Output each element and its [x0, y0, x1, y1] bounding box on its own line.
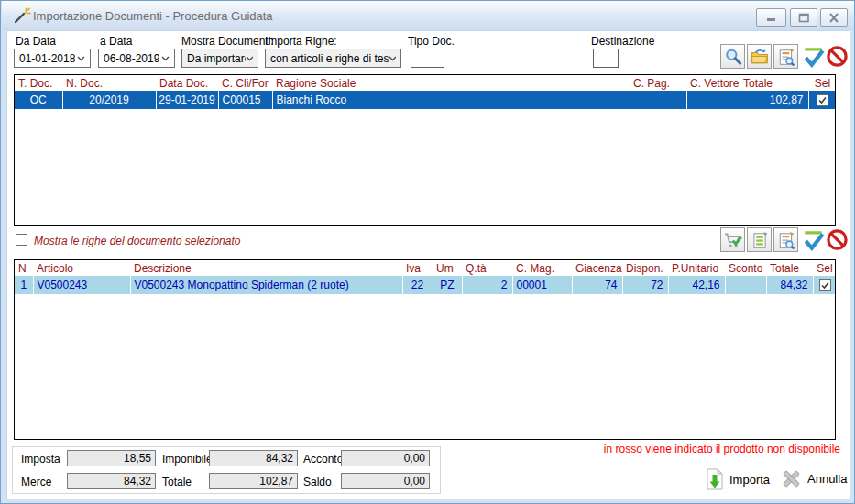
cell-c-vettore [686, 91, 740, 109]
prohibition-icon [826, 228, 849, 251]
acconto-label: Acconto [303, 453, 343, 466]
cell-data-doc: 29-01-2019 [156, 91, 218, 109]
acconto-field: 0,00 [341, 450, 430, 466]
rows-table: N Articolo Descrizione Iva Um Q.tà C. Ma… [14, 259, 836, 440]
cell-n-doc: 20/2019 [62, 91, 156, 109]
a-data-value: 06-08-2019 [104, 52, 159, 65]
rows-header-row: N Articolo Descrizione Iva Um Q.tà C. Ma… [15, 260, 836, 276]
wizard-wand-icon [13, 7, 31, 26]
col-dispon: Dispon. [622, 260, 668, 276]
col-data-doc: Data Doc. [156, 75, 218, 91]
minimize-button[interactable] [756, 8, 786, 27]
select-all-button[interactable] [801, 44, 826, 69]
cell-t-doc: OC [15, 91, 62, 109]
article-row[interactable]: 1 V0500243 V0500243 Monopattino Spiderma… [15, 276, 836, 294]
col-um: Um [433, 260, 462, 276]
show-rows-label: Mostra le righe del documento selezionat… [34, 235, 240, 247]
saldo-label: Saldo [303, 476, 332, 488]
close-icon [828, 13, 839, 23]
prohibition-icon [826, 45, 849, 68]
import-arrow-icon [705, 468, 725, 490]
article-sel-checkbox[interactable] [819, 279, 831, 291]
col-p-unitario: P.Unitario [668, 260, 725, 276]
maximize-button[interactable] [790, 8, 817, 27]
select-all-rows-button[interactable] [801, 227, 826, 252]
da-data-value: 01-01-2018 [19, 52, 75, 65]
maximize-icon [798, 13, 810, 23]
col-sel: Sel [808, 75, 836, 91]
chevron-down-icon [389, 56, 396, 61]
col-iva: Iva [402, 260, 433, 276]
titlebar: Importazione Documenti - Procedura Guida… [2, 1, 855, 30]
preview-rows-button[interactable] [773, 227, 798, 252]
check-icon [821, 281, 829, 290]
cell-c-pag [630, 91, 686, 109]
tipo-doc-label: Tipo Doc. [408, 35, 455, 48]
cart-check-button[interactable] [720, 227, 745, 252]
cell-articolo: V0500243 [33, 276, 130, 294]
chevron-down-icon [161, 56, 170, 61]
importa-button[interactable]: Importa [705, 468, 770, 490]
annulla-button[interactable]: Annulla [780, 468, 847, 489]
open-folder-icon [751, 48, 769, 66]
destinazione-label: Destinazione [591, 35, 654, 48]
document-preview-icon [777, 48, 795, 66]
a-data-label: a Data [100, 35, 132, 48]
document-sel-checkbox[interactable] [817, 94, 828, 106]
cell-iva: 22 [402, 276, 433, 294]
col-c-vettore: C. Vettore [686, 75, 740, 91]
cell-sel [808, 91, 836, 109]
mostra-documenti-select[interactable]: Da importare [181, 49, 258, 68]
open-folder-button[interactable] [747, 44, 772, 69]
imponibile-field: 84,32 [209, 450, 298, 466]
col-totale: Totale [766, 260, 813, 276]
minimize-icon [766, 13, 777, 22]
cell-sel [813, 276, 836, 294]
cancel-x-icon [780, 468, 803, 489]
documents-table: T. Doc. N. Doc. Data Doc. C. Cli/For Rag… [14, 74, 836, 226]
rows-list-icon [751, 231, 769, 249]
document-row[interactable]: OC 20/2019 29-01-2019 C00015 Bianchi Roc… [15, 91, 836, 109]
cell-p-unitario: 42,16 [668, 276, 725, 294]
col-c-cli-for: C. Cli/For [218, 75, 272, 91]
importa-righe-value: con articoli e righe di testo [270, 52, 389, 65]
window-title: Importazione Documenti - Procedura Guida… [33, 9, 273, 23]
imponibile-label: Imponibile [162, 453, 213, 466]
deselect-all-rows-button[interactable] [826, 228, 849, 251]
da-data-label: Da Data [16, 35, 56, 48]
documents-header-row: T. Doc. N. Doc. Data Doc. C. Cli/For Rag… [15, 75, 836, 91]
mostra-documenti-label: Mostra Documenti: [181, 35, 274, 48]
select-all-check-icon [802, 45, 826, 69]
cell-n: 1 [15, 276, 33, 294]
rows-list-button[interactable] [747, 227, 772, 252]
saldo-field: 0,00 [341, 473, 430, 489]
col-sconto: Sconto [725, 260, 766, 276]
annulla-button-label: Annulla [807, 472, 847, 486]
destinazione-input[interactable] [593, 49, 619, 68]
col-descrizione: Descrizione [130, 260, 402, 276]
cell-sconto [725, 276, 766, 294]
show-rows-checkbox[interactable] [16, 234, 27, 246]
importa-righe-label: Importa Righe: [265, 35, 337, 48]
cart-check-icon [724, 231, 742, 249]
cell-qta: 2 [462, 276, 512, 294]
da-data-select[interactable]: 01-01-2018 [14, 49, 91, 68]
col-t-doc: T. Doc. [15, 75, 62, 91]
importa-righe-select[interactable]: con articoli e righe di testo [265, 49, 401, 68]
cell-totale: 84,32 [766, 276, 813, 294]
cell-dispon: 72 [622, 276, 668, 294]
close-button[interactable] [820, 8, 848, 27]
col-totale: Totale [740, 75, 808, 91]
a-data-select[interactable]: 06-08-2019 [98, 49, 175, 68]
merce-field: 84,32 [67, 473, 156, 489]
col-ragione-sociale: Ragione Sociale [272, 75, 630, 91]
chevron-down-icon [77, 56, 85, 61]
mostra-documenti-value: Da importare [187, 52, 246, 65]
search-button[interactable] [720, 44, 745, 69]
cell-c-cli-for: C00015 [218, 91, 272, 109]
col-n-doc: N. Doc. [62, 75, 156, 91]
imposta-field: 18,55 [67, 450, 156, 466]
preview-document-button[interactable] [773, 44, 798, 69]
tipo-doc-input[interactable] [411, 49, 444, 68]
deselect-all-button[interactable] [826, 45, 849, 68]
